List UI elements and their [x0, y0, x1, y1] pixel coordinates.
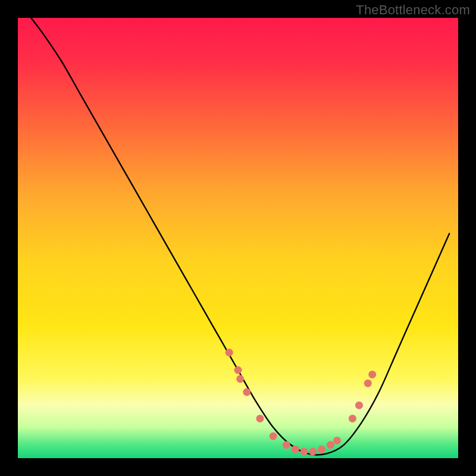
highlight-dot — [327, 441, 334, 449]
highlight-dot — [349, 415, 356, 422]
highlight-dot — [226, 349, 233, 356]
gradient-background — [18, 18, 458, 458]
highlight-dot — [270, 433, 277, 440]
highlight-dot — [364, 380, 372, 387]
highlight-dot — [243, 389, 250, 396]
highlight-dot — [318, 446, 325, 453]
chart-plot — [18, 18, 458, 458]
watermark-text: TheBottleneck.com — [356, 2, 470, 18]
highlight-dot — [236, 375, 244, 383]
highlight-dot — [333, 437, 341, 444]
highlight-dot — [368, 371, 376, 378]
highlight-dot — [256, 415, 264, 422]
chart-frame: TheBottleneck.com — [0, 0, 476, 476]
highlight-dot — [283, 441, 290, 449]
highlight-dot — [292, 446, 299, 453]
highlight-dot — [309, 447, 317, 455]
highlight-dot — [300, 447, 308, 455]
highlight-dot — [355, 402, 363, 409]
highlight-dot — [234, 367, 242, 374]
